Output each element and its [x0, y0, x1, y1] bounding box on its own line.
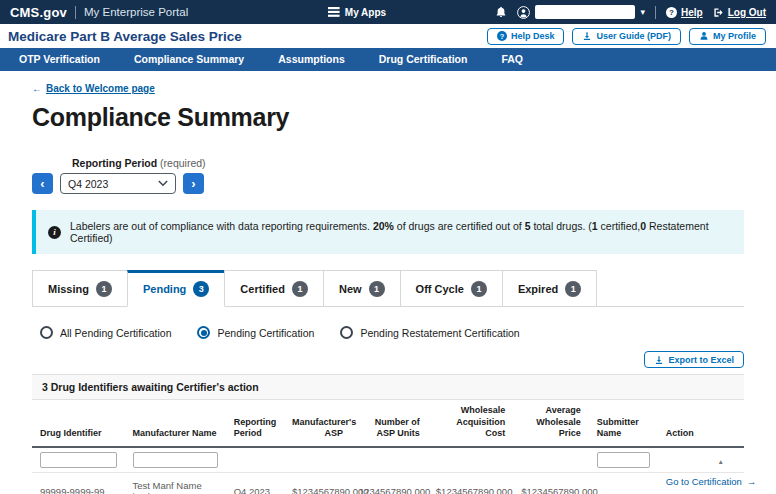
- grid-icon: [328, 7, 340, 17]
- pending-drugs-table: Drug Identifier Manufacturer Name Report…: [32, 400, 744, 494]
- logout-link[interactable]: Log Out: [713, 7, 766, 18]
- my-apps-label: My Apps: [345, 7, 386, 18]
- count-badge: 1: [369, 281, 385, 297]
- radio-pending-restatement-certification[interactable]: Pending Restatement Certification: [340, 326, 519, 339]
- redacted-username: [535, 5, 635, 19]
- nav-item-otp-verification[interactable]: OTP Verification: [2, 48, 117, 71]
- help-label: Help: [681, 7, 703, 18]
- drug-identifier-filter-input[interactable]: [40, 452, 117, 468]
- topbar-right-group: ▾ ? Help Log Out: [495, 5, 766, 19]
- nav-item-drug-certification[interactable]: Drug Certification: [362, 48, 485, 71]
- action-cell: Go to Certification→: [658, 473, 744, 494]
- chevron-down-icon: [158, 180, 168, 187]
- tab-pending[interactable]: Pending 3: [127, 270, 225, 307]
- count-badge: 1: [471, 281, 487, 297]
- col-manufacturers-asp: Manufacturer's ASP: [284, 400, 351, 447]
- radio-label: Pending Restatement Certification: [360, 327, 519, 339]
- radio-all-pending-certification[interactable]: All Pending Certification: [40, 326, 171, 339]
- count-badge: 1: [565, 281, 581, 297]
- download-icon: [654, 355, 664, 365]
- count-badge: 3: [193, 281, 209, 297]
- my-apps-button[interactable]: My Apps: [328, 7, 386, 18]
- radio-icon: [40, 326, 53, 339]
- reporting-period-block: Reporting Period (required) ‹ Q4 2023 ›: [32, 157, 744, 194]
- export-label: Export to Excel: [668, 355, 734, 365]
- next-period-button[interactable]: ›: [183, 173, 204, 194]
- question-icon: ?: [497, 31, 507, 41]
- tab-label: Expired: [518, 283, 558, 295]
- tab-missing[interactable]: Missing 1: [32, 270, 128, 306]
- my-profile-button[interactable]: My Profile: [689, 28, 766, 45]
- tab-label: Missing: [48, 283, 89, 295]
- pending-drugs-table-card: 3 Drug Identifiers awaiting Certifier's …: [32, 374, 744, 494]
- app-title-bar: Medicare Part B Average Sales Price ? He…: [0, 24, 776, 48]
- reporting-period-controls: ‹ Q4 2023 ›: [32, 173, 744, 194]
- user-menu[interactable]: ▾: [517, 5, 645, 19]
- status-tabs: Missing 1 Pending 3 Certified 1 New 1 Of…: [32, 270, 744, 307]
- tab-new[interactable]: New 1: [323, 270, 401, 306]
- nav-item-assumptions[interactable]: Assumptions: [261, 48, 362, 71]
- reporting-period-select[interactable]: Q4 2023: [60, 173, 176, 194]
- user-guide-label: User Guide (PDF): [596, 31, 671, 41]
- radio-label: All Pending Certification: [60, 327, 171, 339]
- table-row: 99999-9999-99 Test Manf Name impl Q4 202…: [32, 473, 744, 494]
- go-to-certification-link[interactable]: Go to Certification→: [666, 476, 757, 487]
- info-icon: i: [48, 226, 61, 239]
- count-badge: 1: [292, 281, 308, 297]
- cms-logo[interactable]: CMS.gov: [10, 5, 67, 20]
- logout-icon: [713, 7, 724, 18]
- my-profile-label: My Profile: [713, 31, 756, 41]
- tab-off-cycle[interactable]: Off Cycle 1: [400, 270, 503, 306]
- count-badge: 1: [96, 281, 112, 297]
- logout-label: Log Out: [728, 7, 766, 18]
- table-title: 3 Drug Identifiers awaiting Certifier's …: [32, 375, 744, 400]
- user-guide-button[interactable]: User Guide (PDF): [572, 28, 681, 45]
- col-action: Action: [658, 400, 744, 447]
- chevron-down-icon: ▾: [640, 8, 645, 17]
- reporting-period-label: Reporting Period (required): [72, 157, 744, 169]
- drug-identifier-cell: 99999-9999-99: [32, 473, 125, 494]
- manufacturer-name-cell: Test Manf Name impl: [125, 473, 226, 494]
- submitter-name-cell: [589, 473, 658, 494]
- required-note: (required): [160, 157, 206, 169]
- radio-label: Pending Certification: [217, 327, 314, 339]
- appbar-buttons: ? Help Desk User Guide (PDF) My Profile: [487, 28, 768, 45]
- reporting-period-cell: Q4 2023: [226, 473, 284, 494]
- page-title: Compliance Summary: [32, 103, 744, 132]
- awp-cell: $1234567890.000: [513, 473, 588, 494]
- col-average-wholesale-price: Average Wholesale Price: [513, 400, 588, 447]
- tab-label: Certified: [240, 283, 285, 295]
- back-link-label: Back to Welcome page: [46, 83, 155, 94]
- main-nav: OTP Verification Compliance Summary Assu…: [0, 48, 776, 71]
- back-to-welcome-link[interactable]: ← Back to Welcome page: [32, 83, 155, 94]
- radio-icon-selected: [197, 326, 210, 339]
- col-wholesale-acquisition-cost: Wholesale Acquisition Cost: [428, 400, 513, 447]
- top-header-bar: CMS.gov My Enterprise Portal My Apps ▾ ?…: [0, 0, 776, 24]
- asp-units-cell: 1234567890.000: [351, 473, 428, 494]
- arrow-right-icon: →: [747, 476, 757, 487]
- app-title: Medicare Part B Average Sales Price: [8, 29, 242, 44]
- tab-certified[interactable]: Certified 1: [224, 270, 324, 306]
- table-header-row: Drug Identifier Manufacturer Name Report…: [32, 400, 744, 447]
- table-filter-row: [32, 447, 744, 473]
- manufacturer-name-filter-input[interactable]: [133, 452, 218, 468]
- nav-item-faq[interactable]: FAQ: [484, 48, 540, 71]
- topbar-divider: [655, 6, 656, 19]
- previous-period-button[interactable]: ‹: [32, 173, 53, 194]
- tab-label: New: [339, 283, 362, 295]
- submitter-name-filter-input[interactable]: [597, 452, 650, 468]
- col-manufacturer-name: Manufacturer Name: [125, 400, 226, 447]
- tab-expired[interactable]: Expired 1: [502, 270, 597, 306]
- help-link[interactable]: ? Help: [666, 7, 703, 18]
- reporting-period-value: Q4 2023: [68, 178, 108, 190]
- export-toolbar: Export to Excel: [32, 351, 744, 368]
- bell-icon[interactable]: [495, 6, 507, 18]
- reporting-period-label-text: Reporting Period: [72, 157, 157, 169]
- scrollbar-up-arrow[interactable]: ▲: [718, 459, 724, 466]
- export-to-excel-button[interactable]: Export to Excel: [644, 351, 744, 368]
- nav-item-compliance-summary[interactable]: Compliance Summary: [117, 48, 261, 71]
- radio-pending-certification[interactable]: Pending Certification: [197, 326, 314, 339]
- col-submitter-name: Submitter Name: [589, 400, 658, 447]
- help-desk-button[interactable]: ? Help Desk: [487, 28, 565, 45]
- col-number-of-asp-units: Number of ASP Units: [351, 400, 428, 447]
